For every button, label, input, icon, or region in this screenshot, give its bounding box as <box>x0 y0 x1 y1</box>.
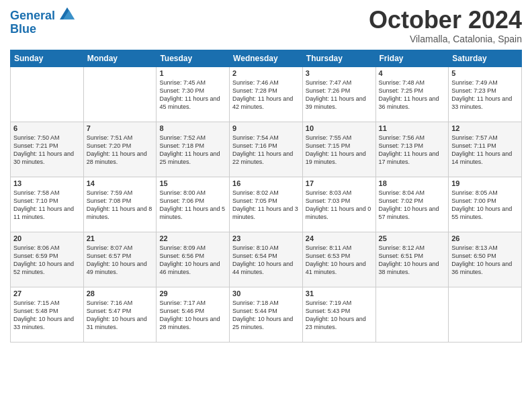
day-number: 2 <box>232 69 300 77</box>
day-number: 12 <box>451 124 519 132</box>
day-number: 20 <box>13 234 81 242</box>
calendar-cell: 23Sunrise: 8:10 AMSunset: 6:54 PMDayligh… <box>230 232 303 287</box>
cell-content: Sunrise: 7:48 AMSunset: 7:25 PMDaylight:… <box>379 79 446 111</box>
day-number: 16 <box>232 179 300 187</box>
cell-content: Sunrise: 7:15 AMSunset: 5:48 PMDaylight:… <box>13 299 81 332</box>
calendar-cell: 17Sunrise: 8:03 AMSunset: 7:03 PMDayligh… <box>302 177 375 232</box>
calendar-cell: 26Sunrise: 8:13 AMSunset: 6:50 PMDayligh… <box>449 232 522 287</box>
calendar-cell: 15Sunrise: 8:00 AMSunset: 7:06 PMDayligh… <box>157 177 230 232</box>
day-number: 5 <box>451 69 519 77</box>
calendar-cell: 29Sunrise: 7:17 AMSunset: 5:46 PMDayligh… <box>157 287 230 342</box>
day-number: 11 <box>379 124 446 132</box>
calendar-cell: 13Sunrise: 7:58 AMSunset: 7:10 PMDayligh… <box>11 177 84 232</box>
day-header-sunday: Sunday <box>11 50 84 66</box>
page: General Blue October 2024 Vilamalla, Cat… <box>0 0 532 411</box>
calendar-table: SundayMondayTuesdayWednesdayThursdayFrid… <box>10 50 522 342</box>
day-headers-row: SundayMondayTuesdayWednesdayThursdayFrid… <box>11 50 522 66</box>
title-block: October 2024 Vilamalla, Catalonia, Spain <box>369 7 522 44</box>
day-number: 14 <box>87 179 154 187</box>
day-header-saturday: Saturday <box>449 50 522 66</box>
calendar-cell: 24Sunrise: 8:11 AMSunset: 6:53 PMDayligh… <box>302 232 375 287</box>
day-number: 28 <box>87 289 154 298</box>
cell-content: Sunrise: 8:13 AMSunset: 6:50 PMDaylight:… <box>451 244 519 277</box>
day-number: 26 <box>451 234 519 242</box>
day-header-friday: Friday <box>375 50 449 66</box>
day-number: 27 <box>13 289 81 298</box>
cell-content: Sunrise: 7:58 AMSunset: 7:10 PMDaylight:… <box>13 189 81 222</box>
cell-content: Sunrise: 7:19 AMSunset: 5:43 PMDaylight:… <box>306 299 373 332</box>
calendar-cell: 16Sunrise: 8:02 AMSunset: 7:05 PMDayligh… <box>230 177 303 232</box>
calendar-cell: 3Sunrise: 7:47 AMSunset: 7:26 PMDaylight… <box>302 66 375 122</box>
cell-content: Sunrise: 8:11 AMSunset: 6:53 PMDaylight:… <box>306 244 373 277</box>
day-number: 22 <box>159 234 226 242</box>
cell-content: Sunrise: 8:09 AMSunset: 6:56 PMDaylight:… <box>159 244 226 277</box>
calendar-cell: 14Sunrise: 7:59 AMSunset: 7:08 PMDayligh… <box>83 177 157 232</box>
calendar-cell: 30Sunrise: 7:18 AMSunset: 5:44 PMDayligh… <box>230 287 303 342</box>
calendar-cell: 7Sunrise: 7:51 AMSunset: 7:20 PMDaylight… <box>83 122 157 177</box>
day-header-tuesday: Tuesday <box>157 50 230 66</box>
calendar-cell: 22Sunrise: 8:09 AMSunset: 6:56 PMDayligh… <box>157 232 230 287</box>
calendar-cell: 12Sunrise: 7:57 AMSunset: 7:11 PMDayligh… <box>449 122 522 177</box>
cell-content: Sunrise: 7:51 AMSunset: 7:20 PMDaylight:… <box>87 134 154 167</box>
day-number: 3 <box>306 69 373 77</box>
cell-content: Sunrise: 7:18 AMSunset: 5:44 PMDaylight:… <box>232 299 300 332</box>
day-header-wednesday: Wednesday <box>230 50 303 66</box>
day-number: 1 <box>159 69 226 77</box>
day-number: 4 <box>379 69 446 77</box>
cell-content: Sunrise: 7:59 AMSunset: 7:08 PMDaylight:… <box>87 189 154 222</box>
day-number: 7 <box>87 124 154 132</box>
day-number: 8 <box>159 124 226 132</box>
cell-content: Sunrise: 8:12 AMSunset: 6:51 PMDaylight:… <box>379 244 446 277</box>
day-number: 13 <box>13 179 81 187</box>
calendar-cell <box>83 66 157 122</box>
calendar-cell: 4Sunrise: 7:48 AMSunset: 7:25 PMDaylight… <box>375 66 449 122</box>
calendar-cell: 25Sunrise: 8:12 AMSunset: 6:51 PMDayligh… <box>375 232 449 287</box>
day-number: 31 <box>306 289 373 298</box>
header: General Blue October 2024 Vilamalla, Cat… <box>10 7 522 44</box>
cell-content: Sunrise: 7:49 AMSunset: 7:23 PMDaylight:… <box>451 79 519 111</box>
week-row-2: 6Sunrise: 7:50 AMSunset: 7:21 PMDaylight… <box>11 122 522 177</box>
day-number: 17 <box>306 179 373 187</box>
calendar-cell: 5Sunrise: 7:49 AMSunset: 7:23 PMDaylight… <box>449 66 522 122</box>
calendar-cell <box>449 287 522 342</box>
cell-content: Sunrise: 8:10 AMSunset: 6:54 PMDaylight:… <box>232 244 300 277</box>
cell-content: Sunrise: 7:16 AMSunset: 5:47 PMDaylight:… <box>87 299 154 332</box>
day-number: 10 <box>306 124 373 132</box>
day-number: 24 <box>306 234 373 242</box>
week-row-5: 27Sunrise: 7:15 AMSunset: 5:48 PMDayligh… <box>11 287 522 342</box>
cell-content: Sunrise: 8:05 AMSunset: 7:00 PMDaylight:… <box>451 189 519 222</box>
cell-content: Sunrise: 8:02 AMSunset: 7:05 PMDaylight:… <box>232 189 300 222</box>
day-header-thursday: Thursday <box>302 50 375 66</box>
calendar-cell: 28Sunrise: 7:16 AMSunset: 5:47 PMDayligh… <box>83 287 157 342</box>
cell-content: Sunrise: 7:50 AMSunset: 7:21 PMDaylight:… <box>13 134 81 167</box>
calendar-cell: 27Sunrise: 7:15 AMSunset: 5:48 PMDayligh… <box>11 287 84 342</box>
day-number: 6 <box>13 124 81 132</box>
calendar-cell: 8Sunrise: 7:52 AMSunset: 7:18 PMDaylight… <box>157 122 230 177</box>
calendar-cell: 20Sunrise: 8:06 AMSunset: 6:59 PMDayligh… <box>11 232 84 287</box>
calendar-cell: 11Sunrise: 7:56 AMSunset: 7:13 PMDayligh… <box>375 122 449 177</box>
day-number: 18 <box>379 179 446 187</box>
calendar-cell: 31Sunrise: 7:19 AMSunset: 5:43 PMDayligh… <box>302 287 375 342</box>
calendar-cell: 6Sunrise: 7:50 AMSunset: 7:21 PMDaylight… <box>11 122 84 177</box>
calendar-cell: 18Sunrise: 8:04 AMSunset: 7:02 PMDayligh… <box>375 177 449 232</box>
cell-content: Sunrise: 8:03 AMSunset: 7:03 PMDaylight:… <box>306 189 373 222</box>
cell-content: Sunrise: 8:00 AMSunset: 7:06 PMDaylight:… <box>159 189 226 222</box>
logo-line2: Blue <box>10 23 75 36</box>
day-number: 15 <box>159 179 226 187</box>
week-row-1: 1Sunrise: 7:45 AMSunset: 7:30 PMDaylight… <box>11 66 522 122</box>
calendar-cell <box>375 287 449 342</box>
week-row-4: 20Sunrise: 8:06 AMSunset: 6:59 PMDayligh… <box>11 232 522 287</box>
cell-content: Sunrise: 7:17 AMSunset: 5:46 PMDaylight:… <box>159 299 226 332</box>
calendar-cell: 10Sunrise: 7:55 AMSunset: 7:15 PMDayligh… <box>302 122 375 177</box>
day-number: 30 <box>232 289 300 298</box>
cell-content: Sunrise: 8:07 AMSunset: 6:57 PMDaylight:… <box>87 244 154 277</box>
cell-content: Sunrise: 7:57 AMSunset: 7:11 PMDaylight:… <box>451 134 519 167</box>
day-number: 23 <box>232 234 300 242</box>
day-number: 29 <box>159 289 226 298</box>
logo: General Blue <box>10 9 75 36</box>
cell-content: Sunrise: 7:45 AMSunset: 7:30 PMDaylight:… <box>159 79 226 111</box>
cell-content: Sunrise: 8:06 AMSunset: 6:59 PMDaylight:… <box>13 244 81 277</box>
week-row-3: 13Sunrise: 7:58 AMSunset: 7:10 PMDayligh… <box>11 177 522 232</box>
cell-content: Sunrise: 7:52 AMSunset: 7:18 PMDaylight:… <box>159 134 226 167</box>
logo-text: General <box>10 9 75 23</box>
